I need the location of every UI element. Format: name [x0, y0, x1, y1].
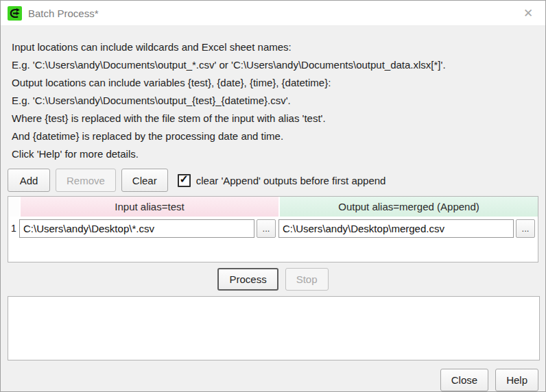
easy-data-transform-icon — [8, 6, 22, 21]
table-row: 1 ... ... — [8, 217, 538, 240]
process-bar: Process Stop — [8, 268, 538, 291]
remove-button[interactable]: Remove — [56, 169, 116, 192]
checkmark-icon: ✓ — [180, 174, 189, 185]
instruction-line: Click 'Help' for more details. — [12, 145, 538, 163]
instruction-line: E.g. 'C:\Users\andy\Documents\output_*.c… — [12, 56, 538, 74]
process-button[interactable]: Process — [217, 268, 278, 291]
close-icon[interactable]: ✕ — [511, 1, 545, 26]
dialog-body: Input locations can include wildcards an… — [1, 26, 545, 392]
title-bar: Batch Process* ✕ — [1, 1, 545, 26]
row-number-gutter-header — [8, 197, 19, 217]
output-path-field[interactable] — [278, 219, 514, 238]
output-column-header[interactable]: Output alias=merged (Append) — [280, 197, 538, 217]
instruction-line: Output locations can include variables {… — [12, 74, 538, 92]
row-number: 1 — [8, 223, 19, 234]
instruction-line: Where {test} is replaced with the file s… — [12, 110, 538, 127]
toolbar: Add Remove Clear ✓ clear 'Append' output… — [8, 169, 538, 192]
instruction-line: Input locations can include wildcards an… — [12, 38, 538, 56]
output-browse-button[interactable]: ... — [516, 219, 535, 238]
output-cell: ... — [278, 219, 538, 238]
window-title: Batch Process* — [28, 8, 99, 19]
input-browse-button[interactable]: ... — [257, 219, 276, 238]
instruction-line: E.g. 'C:\Users\andy\Documents\output_{te… — [12, 92, 538, 110]
footer-bar: Close Help — [8, 369, 538, 391]
help-button[interactable]: Help — [495, 369, 538, 391]
clear-append-checkbox[interactable]: ✓ — [178, 174, 191, 187]
input-path-field[interactable] — [19, 219, 254, 238]
log-output-area[interactable] — [8, 296, 540, 360]
input-cell: ... — [19, 219, 278, 238]
batch-process-dialog: Batch Process* ✕ Input locations can inc… — [0, 0, 546, 392]
input-column-header[interactable]: Input alias=test — [21, 197, 278, 217]
add-button[interactable]: Add — [8, 169, 50, 192]
instructions-text: Input locations can include wildcards an… — [12, 38, 538, 163]
stop-button[interactable]: Stop — [285, 268, 329, 291]
close-button[interactable]: Close — [440, 369, 488, 391]
table-empty-area — [8, 240, 538, 262]
clear-button[interactable]: Clear — [121, 169, 168, 192]
table-header: Input alias=test Output alias=merged (Ap… — [8, 197, 538, 217]
batch-table: Input alias=test Output alias=merged (Ap… — [8, 196, 538, 262]
instruction-line: And {datetime} is replaced by the proces… — [12, 127, 538, 145]
clear-append-checkbox-label[interactable]: clear 'Append' outputs before first appe… — [196, 175, 386, 186]
